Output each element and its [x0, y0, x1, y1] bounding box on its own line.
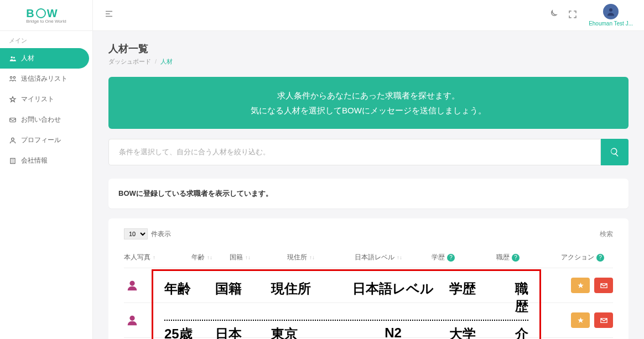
sidebar-item-mylist[interactable]: マイリスト [0, 89, 92, 109]
sidebar-item-label: 人材 [21, 54, 34, 63]
page-size-label: 件表示 [151, 230, 171, 239]
avatar-icon [124, 312, 141, 328]
page-size-control[interactable]: 10 件表示 [124, 228, 171, 239]
th-nationality[interactable]: 国籍↑↓ [212, 253, 268, 262]
sidebar-item-label: 送信済みリスト [21, 74, 67, 84]
sidebar-item-profile[interactable]: プロフィール [0, 130, 92, 150]
sidebar-item-label: お問い合わせ [21, 115, 61, 124]
sidebar-section-label: メイン [0, 31, 92, 48]
banner-line1: 求人条件からあなたにあった求職者を探せます。 [120, 88, 617, 103]
th-age[interactable]: 年齢↑↓ [168, 253, 212, 262]
logo-letter-b: B [26, 7, 34, 20]
table-row[interactable] [124, 303, 613, 338]
star-icon [9, 96, 17, 103]
avatar-icon [124, 277, 141, 294]
logo-letter-w: W [47, 7, 58, 20]
th-work[interactable]: 職歴? [464, 253, 552, 262]
avatar-icon [603, 4, 619, 19]
svg-point-1 [13, 56, 15, 58]
favorite-button[interactable] [571, 312, 590, 328]
theme-toggle-icon[interactable] [548, 9, 558, 22]
svg-point-0 [11, 56, 13, 58]
info-card: BOWに登録している求職者を表示しています。 [108, 179, 629, 208]
message-button[interactable] [594, 278, 613, 293]
building-icon [9, 157, 17, 165]
sidebar-item-label: プロフィール [21, 135, 61, 145]
banner-line2: 気になる人材を選択してBOWにメッセージを送信しましょう。 [120, 103, 617, 118]
message-button[interactable] [594, 312, 613, 328]
svg-rect-4 [10, 118, 16, 122]
svg-rect-6 [11, 158, 15, 163]
table-search-label[interactable]: 検索 [600, 230, 613, 239]
search-icon [610, 147, 620, 157]
logo-subtitle: Bridge to One World [26, 19, 66, 24]
search-button[interactable] [601, 139, 629, 165]
breadcrumb-root[interactable]: ダッシュボード [108, 58, 151, 65]
sidebar-item-contact[interactable]: お問い合わせ [0, 109, 92, 130]
sidebar-item-sent[interactable]: 送信済みリスト [0, 69, 92, 89]
help-icon[interactable]: ? [512, 254, 520, 262]
sidebar: B W Bridge to One World メイン 人材 送信済みリスト [0, 0, 93, 339]
filter-input[interactable]: 条件を選択して、自分に合う人材を絞り込む。 [108, 139, 601, 165]
sent-icon [9, 75, 17, 83]
user-name: Ehouman Test J... [589, 20, 633, 27]
breadcrumb: ダッシュボード / 人材 [108, 58, 629, 66]
th-action: アクション? [552, 253, 613, 262]
svg-point-9 [129, 316, 134, 321]
favorite-button[interactable] [571, 278, 590, 293]
th-photo[interactable]: 本人写真↑ [124, 253, 168, 262]
svg-point-8 [129, 281, 134, 286]
th-jp-level[interactable]: 日本語レベル↑↓ [334, 253, 423, 262]
table-row[interactable] [124, 268, 613, 303]
user-menu[interactable]: Ehouman Test J... [589, 4, 633, 27]
page-title: 人材一覧 [108, 42, 629, 55]
table-card: 10 件表示 検索 本人写真↑ 年齢↑↓ 国籍↑↓ 現住所↑↓ 日本語レベル↑↓… [108, 218, 629, 339]
sidebar-item-label: 会社情報 [21, 156, 48, 165]
mail-icon [9, 116, 17, 124]
th-education[interactable]: 学歴? [423, 253, 464, 262]
menu-toggle-icon[interactable] [104, 9, 114, 22]
globe-icon [36, 8, 46, 18]
table-header: 本人写真↑ 年齢↑↓ 国籍↑↓ 現住所↑↓ 日本語レベル↑↓ 学歴? 職歴? ア… [124, 247, 613, 268]
info-card-text: BOWに登録している求職者を表示しています。 [118, 189, 619, 199]
profile-icon [9, 137, 17, 144]
sidebar-item-jinzai[interactable]: 人材 [0, 48, 89, 69]
svg-point-5 [12, 138, 14, 140]
logo[interactable]: B W Bridge to One World [0, 0, 92, 31]
help-icon[interactable]: ? [447, 254, 455, 262]
th-address[interactable]: 現住所↑↓ [268, 253, 334, 262]
topbar: Ehouman Test J... [93, 0, 644, 31]
svg-point-3 [13, 76, 15, 79]
fullscreen-icon[interactable] [568, 9, 578, 22]
sidebar-item-label: マイリスト [21, 95, 54, 104]
page-size-select[interactable]: 10 [124, 228, 148, 239]
breadcrumb-current: 人材 [160, 58, 173, 65]
svg-point-7 [609, 8, 612, 12]
help-icon[interactable]: ? [596, 254, 604, 262]
svg-point-2 [10, 76, 12, 79]
sidebar-item-company[interactable]: 会社情報 [0, 150, 92, 171]
info-banner: 求人条件からあなたにあった求職者を探せます。 気になる人材を選択してBOWにメッ… [108, 77, 629, 129]
people-icon [9, 55, 17, 62]
